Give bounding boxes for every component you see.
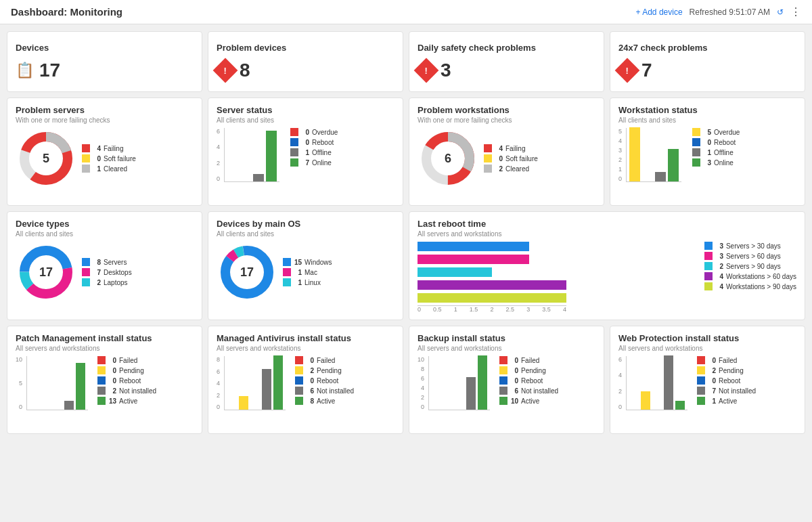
- web-protection-title: Web Protection install status: [618, 333, 796, 343]
- hbar-s30: [418, 242, 529, 251]
- server-status-card[interactable]: Server status All clients and sites 6420…: [208, 97, 403, 206]
- problem-devices-value: ! 8: [217, 60, 394, 81]
- problem-workstations-title: Problem workstations: [418, 105, 595, 115]
- warning-icon-1: !: [213, 58, 238, 83]
- devices-by-os-donut: 17: [217, 242, 277, 303]
- legend-item-soft: 0 Soft failure: [82, 154, 136, 162]
- backup-subtitle: All servers and workstations: [418, 345, 595, 352]
- 247-check-card[interactable]: 24x7 check problems ! 7: [610, 31, 805, 92]
- patch-mgmt-legend: 0 Failed 0 Pending 0 Reboot 2 Not instal…: [97, 356, 156, 405]
- backup-card[interactable]: Backup install status All servers and wo…: [409, 326, 604, 434]
- web-protection-card[interactable]: Web Protection install status All server…: [610, 326, 805, 434]
- dashboard-grid: Devices 📋 17 Problem devices ! 8 Daily s…: [0, 24, 812, 441]
- device-types-total: 17: [39, 265, 53, 280]
- more-options-icon[interactable]: ⋮: [790, 5, 801, 18]
- problem-servers-donut: 5: [16, 128, 76, 189]
- problem-servers-chart: 5 4 Failing 0 Soft failure 1 Cleared: [16, 128, 194, 189]
- workstation-status-chart: 543210 5 Overdue 0 Reboot: [618, 128, 796, 182]
- last-reboot-card[interactable]: Last reboot time All servers and worksta…: [409, 211, 805, 320]
- bar-online: [266, 131, 277, 181]
- device-types-card[interactable]: Device types All clients and sites 17: [7, 211, 202, 320]
- server-status-legend: 0 Overdue 0 Reboot 1 Offline 7 Online: [290, 128, 338, 167]
- refresh-icon[interactable]: ↺: [777, 7, 784, 17]
- device-types-legend: 8 Servers 7 Desktops 2 Laptops: [82, 258, 132, 286]
- patch-mgmt-card[interactable]: Patch Management install status All serv…: [7, 326, 202, 434]
- backup-title: Backup install status: [418, 333, 595, 343]
- hbar-s90: [418, 267, 492, 277]
- problem-servers-total: 5: [43, 152, 49, 166]
- problem-servers-card[interactable]: Problem servers With one or more failing…: [7, 97, 202, 206]
- bar-offline: [253, 174, 264, 181]
- managed-av-card[interactable]: Managed Antivirus install status All ser…: [208, 326, 403, 434]
- last-reboot-subtitle: All servers and workstations: [418, 230, 796, 238]
- device-types-title: Device types: [16, 219, 194, 229]
- problem-servers-subtitle: With one or more failing checks: [16, 116, 194, 124]
- problem-servers-legend: 4 Failing 0 Soft failure 1 Cleared: [82, 144, 136, 173]
- devices-value: 📋 17: [16, 60, 194, 81]
- refreshed-text: Refreshed 9:51:07 AM: [690, 7, 770, 17]
- managed-av-title: Managed Antivirus install status: [217, 333, 394, 343]
- problem-workstations-chart: 6 4 Failing 0 Soft failure 2 Cleared: [418, 128, 595, 189]
- warning-icon-2: !: [414, 58, 439, 83]
- devices-by-os-legend: 15 Windows 1 Mac 1 Linux: [283, 258, 332, 286]
- server-status-chart: 6420 0 Overdue 0 Reboot: [217, 128, 394, 182]
- 247-check-value: ! 7: [618, 60, 796, 81]
- patch-mgmt-title: Patch Management install status: [16, 333, 194, 343]
- managed-av-chart: 86420 0 Failed 2: [217, 356, 394, 410]
- patch-mgmt-chart: 1050 0 Failed 0: [16, 356, 194, 410]
- workstation-status-title: Workstation status: [618, 105, 796, 115]
- last-reboot-legend: 3 Servers > 30 days 3 Servers > 60 days …: [704, 242, 796, 290]
- problem-workstations-donut: 6: [418, 128, 478, 189]
- device-types-subtitle: All clients and sites: [16, 230, 194, 238]
- daily-safety-card[interactable]: Daily safety check problems ! 3: [409, 31, 604, 92]
- daily-safety-value: ! 3: [418, 60, 595, 81]
- devices-by-os-title: Devices by main OS: [217, 219, 394, 229]
- problem-workstations-legend: 4 Failing 0 Soft failure 2 Cleared: [484, 144, 538, 173]
- managed-av-subtitle: All servers and workstations: [217, 345, 394, 352]
- device-types-chart: 17 8 Servers 7 Desktops 2 Laptops: [16, 242, 194, 303]
- warning-icon-3: !: [615, 58, 640, 83]
- hbar-s60: [418, 255, 529, 264]
- patch-mgmt-subtitle: All servers and workstations: [16, 345, 194, 352]
- hbar-w90: [418, 293, 566, 303]
- page-title: Dashboard: Monitoring: [11, 6, 122, 18]
- devices-by-os-total: 17: [240, 265, 254, 280]
- web-protection-chart: 6420 0 Failed 2: [618, 356, 796, 410]
- failing-dot: [82, 144, 90, 152]
- problem-workstations-subtitle: With one or more failing checks: [418, 116, 595, 124]
- devices-by-os-card[interactable]: Devices by main OS All clients and sites…: [208, 211, 403, 320]
- soft-dot: [82, 154, 90, 162]
- managed-av-legend: 0 Failed 2 Pending 0 Reboot 6 Not instal…: [295, 356, 354, 405]
- devices-by-os-subtitle: All clients and sites: [217, 230, 394, 238]
- cleared-dot: [82, 165, 90, 173]
- folder-icon: 📋: [16, 62, 34, 79]
- web-protection-legend: 0 Failed 2 Pending 0 Reboot 7 Not instal…: [697, 356, 756, 405]
- last-reboot-title: Last reboot time: [418, 219, 796, 229]
- workstation-status-legend: 5 Overdue 0 Reboot 1 Offline 3 Online: [692, 128, 740, 167]
- ws-bar-online: [668, 149, 679, 181]
- backup-chart: 1086420 0 Failed 0: [418, 356, 595, 410]
- top-bar: Dashboard: Monitoring + Add device Refre…: [0, 0, 812, 24]
- legend-item-failing: 4 Failing: [82, 144, 136, 152]
- top-bar-right: + Add device Refreshed 9:51:07 AM ↺ ⋮: [636, 5, 801, 18]
- devices-by-os-chart: 17 15 Windows 1 Mac 1 Linux: [217, 242, 394, 303]
- backup-legend: 0 Failed 0 Pending 0 Reboot 6 Not instal…: [499, 356, 558, 405]
- server-status-subtitle: All clients and sites: [217, 116, 394, 124]
- server-status-title: Server status: [217, 105, 394, 115]
- workstation-status-card[interactable]: Workstation status All clients and sites…: [610, 97, 805, 206]
- 247-check-title: 24x7 check problems: [618, 43, 796, 53]
- problem-workstations-card[interactable]: Problem workstations With one or more fa…: [409, 97, 604, 206]
- add-device-button[interactable]: + Add device: [636, 7, 683, 17]
- problem-workstations-total: 6: [445, 152, 451, 166]
- workstation-status-subtitle: All clients and sites: [618, 116, 796, 124]
- devices-card[interactable]: Devices 📋 17: [7, 31, 202, 92]
- device-types-donut: 17: [16, 242, 76, 303]
- ws-bar-offline: [655, 172, 666, 181]
- devices-title: Devices: [16, 43, 194, 53]
- problem-servers-title: Problem servers: [16, 105, 194, 115]
- problem-devices-card[interactable]: Problem devices ! 8: [208, 31, 403, 92]
- ws-bar-overdue: [629, 127, 640, 181]
- problem-devices-title: Problem devices: [217, 43, 394, 53]
- hbar-w60: [418, 280, 566, 290]
- web-protection-subtitle: All servers and workstations: [618, 345, 796, 352]
